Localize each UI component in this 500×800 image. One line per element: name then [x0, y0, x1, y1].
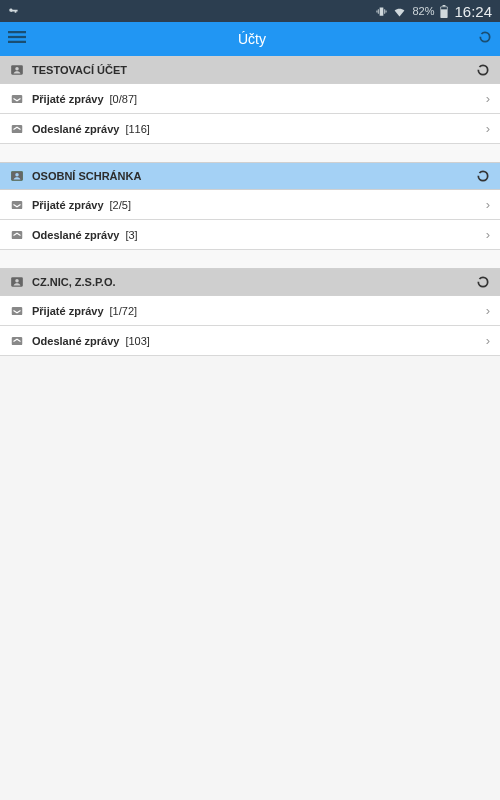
svg-rect-5: [8, 41, 26, 43]
page-title: Účty: [26, 31, 478, 47]
hamburger-icon: [8, 28, 26, 46]
received-row[interactable]: Přijaté zprávy [0/87] ›: [0, 84, 500, 114]
row-counter: [103]: [125, 335, 149, 347]
account-name: TESTOVACÍ ÚČET: [32, 64, 476, 76]
svg-point-8: [15, 67, 19, 71]
vibrate-icon: [376, 6, 387, 17]
svg-point-9: [478, 65, 487, 74]
received-row[interactable]: Přijaté zprávy [2/5] ›: [0, 190, 500, 220]
svg-point-19: [15, 279, 19, 283]
person-card-icon: [10, 275, 24, 289]
row-counter: [0/87]: [110, 93, 138, 105]
row-label: Odeslané zprávy: [32, 123, 119, 135]
svg-rect-4: [8, 36, 26, 38]
accounts-list: TESTOVACÍ ÚČET Přijaté zprávy [0/87] › O…: [0, 56, 500, 356]
battery-icon: [440, 5, 448, 18]
refresh-button[interactable]: [478, 30, 492, 48]
account-header-osobni[interactable]: OSOBNÍ SCHRÁNKA: [0, 162, 500, 190]
svg-point-6: [480, 32, 489, 41]
person-card-icon: [10, 63, 24, 77]
sent-row[interactable]: Odeslané zprávy [103] ›: [0, 326, 500, 356]
received-row[interactable]: Přijaté zprávy [1/72] ›: [0, 296, 500, 326]
outbox-icon: [10, 228, 24, 242]
chevron-right-icon: ›: [486, 91, 490, 106]
chevron-right-icon: ›: [486, 121, 490, 136]
spinner-icon: [476, 275, 490, 289]
chevron-right-icon: ›: [486, 333, 490, 348]
svg-point-20: [478, 277, 487, 286]
chevron-right-icon: ›: [486, 303, 490, 318]
key-icon: [8, 6, 18, 16]
spinner-icon: [478, 30, 492, 44]
chevron-right-icon: ›: [486, 197, 490, 212]
account-header-testovaci[interactable]: TESTOVACÍ ÚČET: [0, 56, 500, 84]
outbox-icon: [10, 334, 24, 348]
wifi-icon: [393, 5, 406, 18]
app-bar: Účty: [0, 22, 500, 56]
status-bar: 82% 16:24: [0, 0, 500, 22]
svg-rect-2: [442, 7, 448, 9]
chevron-right-icon: ›: [486, 227, 490, 242]
battery-percent: 82%: [412, 5, 434, 17]
person-card-icon: [10, 169, 24, 183]
spacer: [0, 144, 500, 162]
row-label: Přijaté zprávy: [32, 199, 104, 211]
spacer: [0, 250, 500, 268]
svg-point-15: [478, 171, 487, 180]
row-label: Odeslané zprávy: [32, 335, 119, 347]
account-name: CZ.NIC, Z.S.P.O.: [32, 276, 476, 288]
row-label: Odeslané zprávy: [32, 229, 119, 241]
svg-rect-1: [443, 5, 446, 6]
clock-time: 16:24: [454, 3, 492, 20]
row-counter: [2/5]: [110, 199, 131, 211]
row-counter: [1/72]: [110, 305, 138, 317]
inbox-icon: [10, 92, 24, 106]
row-counter: [116]: [125, 123, 149, 135]
spinner-icon: [476, 63, 490, 77]
outbox-icon: [10, 122, 24, 136]
account-name: OSOBNÍ SCHRÁNKA: [32, 170, 476, 182]
row-label: Přijaté zprávy: [32, 305, 104, 317]
sent-row[interactable]: Odeslané zprávy [116] ›: [0, 114, 500, 144]
menu-button[interactable]: [8, 28, 26, 50]
svg-point-14: [15, 173, 19, 177]
account-header-cznic[interactable]: CZ.NIC, Z.S.P.O.: [0, 268, 500, 296]
sent-row[interactable]: Odeslané zprávy [3] ›: [0, 220, 500, 250]
spinner-icon: [476, 169, 490, 183]
svg-rect-3: [8, 31, 26, 33]
inbox-icon: [10, 304, 24, 318]
inbox-icon: [10, 198, 24, 212]
row-counter: [3]: [125, 229, 137, 241]
row-label: Přijaté zprávy: [32, 93, 104, 105]
